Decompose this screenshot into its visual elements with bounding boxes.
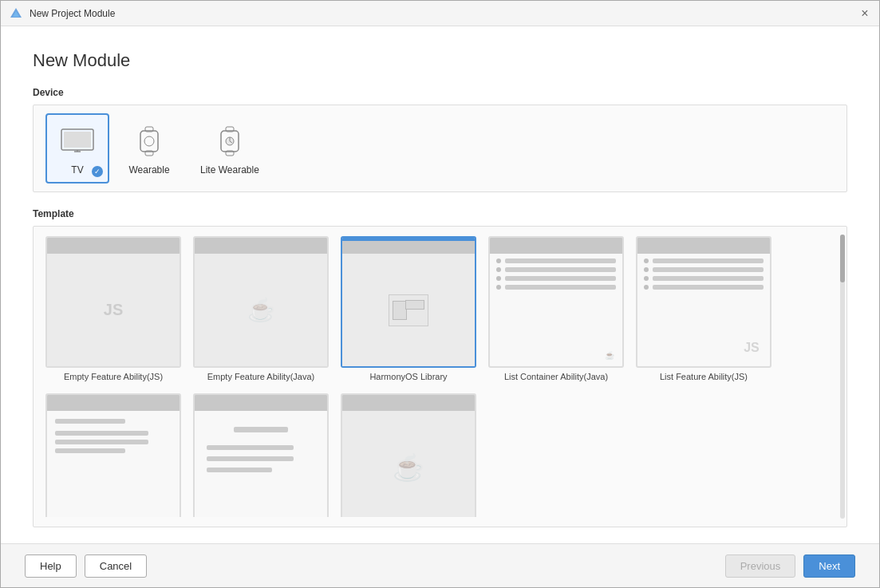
template-item-row2-2[interactable] — [193, 393, 329, 517]
list-line — [653, 267, 764, 272]
card-body: ☕ — [490, 254, 622, 366]
mock-title — [234, 427, 288, 432]
list-dot — [644, 276, 649, 281]
dialog: New Project Module × New Module Device ✓ — [0, 0, 880, 588]
card-header — [47, 395, 180, 411]
list-row — [496, 276, 616, 281]
mock-line — [55, 419, 125, 424]
bottom-bar: Help Cancel Previous Next — [1, 543, 879, 587]
card-body: ☕ — [342, 411, 475, 517]
lite-wearable-icon — [210, 121, 250, 161]
template-card-list-container-java: ☕ — [488, 236, 624, 368]
list-line — [505, 267, 616, 272]
title-bar-text: New Project Module — [30, 8, 115, 19]
card-body — [195, 411, 327, 517]
card-header — [47, 238, 180, 254]
device-name-wearable: Wearable — [128, 164, 169, 176]
coffee-icon: ☕ — [247, 297, 275, 323]
template-card-list-feature-js: JS — [636, 236, 771, 368]
list-line — [653, 258, 764, 263]
device-name-lite-wearable: Lite Wearable — [200, 164, 259, 176]
list-line — [505, 285, 616, 290]
svg-rect-4 — [140, 131, 158, 152]
selected-check-icon: ✓ — [92, 166, 103, 177]
harmony-inner-graphic — [389, 294, 428, 326]
cancel-button[interactable]: Cancel — [85, 554, 147, 578]
selected-top-strip — [342, 238, 475, 241]
template-item-list-feature-js[interactable]: JS List Feature Ability(JS) — [636, 236, 771, 381]
mock-line — [55, 431, 148, 436]
template-section-label: Template — [33, 208, 847, 219]
mock-line — [55, 440, 148, 444]
template-card-java-library: ☕ — [341, 393, 476, 517]
list-row — [644, 285, 764, 290]
card-header — [342, 395, 475, 411]
js-icon: JS — [99, 296, 128, 325]
template-card-empty-feature-js: JS — [45, 236, 181, 368]
device-panel: ✓ TV Wearable — [33, 105, 847, 192]
list-row — [644, 258, 764, 263]
template-name-list-feature-js: List Feature Ability(JS) — [660, 372, 748, 381]
template-item-row2-1[interactable] — [45, 393, 181, 517]
list-dot — [496, 258, 501, 263]
card-header — [195, 238, 327, 254]
mock-line — [55, 448, 125, 453]
previous-button[interactable]: Previous — [725, 554, 796, 578]
card-header — [195, 395, 327, 411]
next-button[interactable]: Next — [803, 554, 855, 578]
list-dot — [496, 276, 501, 281]
list-row — [496, 267, 616, 272]
list-line — [653, 285, 764, 290]
template-card-empty-feature-java: ☕ — [193, 236, 329, 368]
template-name-empty-feature-java: Empty Feature Ability(Java) — [207, 372, 315, 381]
card-body: JS — [637, 254, 770, 366]
left-buttons: Help Cancel — [25, 554, 147, 578]
card-body: ☕ — [195, 254, 327, 366]
svg-rect-1 — [64, 132, 91, 148]
template-card-row2-2 — [193, 393, 329, 517]
mock-line — [207, 445, 294, 450]
list-dot — [496, 285, 501, 290]
template-name-empty-feature-js: Empty Feature Ability(JS) — [64, 372, 163, 381]
app-logo-icon — [9, 6, 23, 21]
template-panel: JS Empty Feature Ability(JS) ☕ Empty Fea… — [33, 226, 847, 527]
title-bar-left: New Project Module — [9, 6, 115, 21]
tv-icon — [57, 121, 97, 161]
list-dot — [644, 267, 649, 272]
scrollbar-thumb[interactable] — [840, 235, 845, 282]
list-line — [505, 258, 616, 263]
harmony-right-panel — [405, 300, 424, 310]
close-icon[interactable]: × — [858, 7, 871, 20]
template-card-row2-1 — [45, 393, 181, 517]
device-item-tv[interactable]: ✓ TV — [45, 113, 109, 184]
list-row — [496, 285, 616, 290]
template-item-empty-feature-java[interactable]: ☕ Empty Feature Ability(Java) — [193, 236, 329, 381]
help-button[interactable]: Help — [25, 554, 77, 578]
scrollbar-track[interactable] — [840, 235, 845, 519]
page-title: New Module — [33, 50, 847, 71]
card-header — [637, 238, 770, 254]
device-item-lite-wearable[interactable]: Lite Wearable — [189, 113, 270, 184]
mock-line — [207, 468, 272, 472]
list-line — [653, 276, 764, 281]
list-row — [496, 258, 616, 263]
template-item-harmony-library[interactable]: HarmonyOS Library — [341, 236, 476, 381]
device-item-wearable[interactable]: Wearable — [117, 113, 181, 184]
harmony-card-content — [342, 294, 475, 326]
card-body: JS — [47, 254, 180, 366]
main-content: New Module Device ✓ TV — [1, 26, 879, 543]
list-line — [505, 276, 616, 281]
list-row — [644, 267, 764, 272]
card-header — [490, 238, 622, 254]
template-item-java-library[interactable]: ☕ Java Library — [341, 393, 476, 517]
template-item-empty-feature-js[interactable]: JS Empty Feature Ability(JS) — [45, 236, 181, 381]
mock-line — [207, 456, 294, 461]
js-icon: JS — [737, 333, 766, 362]
list-dot — [644, 258, 649, 263]
device-section-label: Device — [33, 87, 847, 98]
template-item-list-container-java[interactable]: ☕ List Container Ability(Java) — [488, 236, 624, 381]
template-card-harmony-library — [341, 236, 476, 368]
wearable-icon — [129, 121, 169, 161]
device-name-tv: TV — [71, 164, 83, 176]
list-dot — [496, 267, 501, 272]
